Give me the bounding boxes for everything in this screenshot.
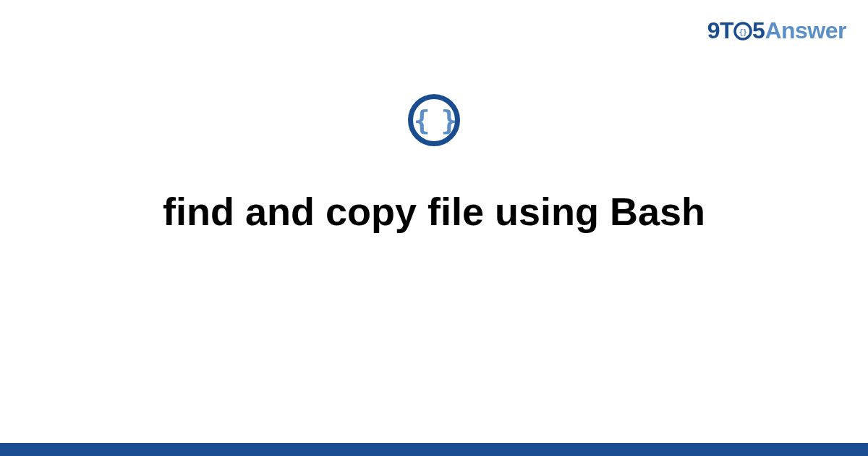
logo-text-9t: 9T — [707, 17, 733, 43]
site-logo: 9T {} 5Answer — [707, 17, 846, 44]
logo-text-answer: Answer — [765, 17, 846, 43]
braces-glyph: { } — [414, 106, 455, 134]
footer-accent-bar — [0, 443, 868, 456]
main-content: { } find and copy file using Bash — [0, 94, 868, 235]
category-braces-icon: { } — [408, 94, 460, 146]
svg-text:{}: {} — [739, 28, 748, 36]
logo-text-5: 5 — [752, 17, 765, 43]
logo-o-icon: {} — [733, 22, 752, 41]
page-title: find and copy file using Bash — [134, 188, 734, 235]
